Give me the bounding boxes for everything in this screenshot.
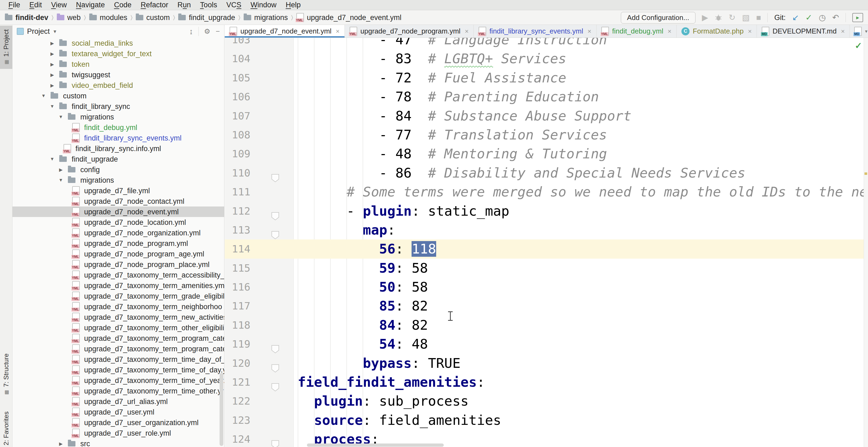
menu-help[interactable]: Help xyxy=(281,1,305,9)
menu-run[interactable]: Run xyxy=(173,1,195,9)
profiler-icon[interactable]: ▧ xyxy=(742,13,750,22)
git-rollback-icon[interactable]: ↶ xyxy=(832,13,839,22)
editor-horizontal-scrollbar[interactable] xyxy=(307,444,444,447)
tab-close-icon[interactable]: × xyxy=(465,28,469,35)
gear-icon[interactable]: ⚙ xyxy=(204,27,210,36)
chevron-collapsed-icon[interactable]: ▶ xyxy=(49,72,56,77)
menu-tools[interactable]: Tools xyxy=(195,1,222,9)
tree-item[interactable]: ▶config xyxy=(12,164,224,175)
tree-item[interactable]: upgrade_d7_taxonomy_term_time_of_day.y xyxy=(12,364,224,375)
tree-item[interactable]: ▶video_embed_field xyxy=(12,80,224,91)
chevron-expanded-icon[interactable]: ▼ xyxy=(49,104,56,109)
tool-window-tab-favorites[interactable]: 2: Favorites xyxy=(0,412,12,445)
breadcrumb-item[interactable]: custom xyxy=(136,13,170,22)
tree-item[interactable]: upgrade_d7_file.yml xyxy=(12,185,224,196)
chevron-down-icon[interactable]: ▾ xyxy=(54,28,56,35)
menu-code[interactable]: Code xyxy=(110,1,136,9)
hidden-tabs-control[interactable]: ▾ ≡ 2 xyxy=(850,25,868,38)
menu-navigate[interactable]: Navigate xyxy=(71,1,110,9)
tree-item[interactable]: upgrade_d7_taxonomy_term_program_cate xyxy=(12,333,224,344)
breadcrumb-item[interactable]: migrations xyxy=(244,13,288,22)
editor-tab[interactable]: FormatDate.php× xyxy=(677,25,757,38)
menu-vcs[interactable]: VCS xyxy=(222,1,246,9)
tree-item[interactable]: upgrade_d7_taxonomy_term_new_activities xyxy=(12,312,224,322)
run-icon[interactable]: ▶ xyxy=(702,13,708,22)
tool-window-tab-project[interactable]: ▦ 1: Project xyxy=(0,26,12,69)
stop-icon[interactable]: ■ xyxy=(756,13,761,22)
editor-tab[interactable]: upgrade_d7_node_event.yml× xyxy=(225,25,345,38)
git-update-icon[interactable]: ↙ xyxy=(792,13,799,22)
tree-item[interactable]: ▶textarea_widget_for_text xyxy=(12,49,224,59)
tree-item[interactable]: ▶social_media_links xyxy=(12,38,224,49)
menu-edit[interactable]: Edit xyxy=(25,1,47,9)
tree-item[interactable]: upgrade_d7_taxonomy_term_other_eligibili xyxy=(12,322,224,333)
error-stripe[interactable] xyxy=(864,38,868,447)
editor-tab[interactable]: upgrade_d7_node_program.yml× xyxy=(345,25,474,38)
tree-item[interactable]: ▶twigsuggest xyxy=(12,69,224,80)
fold-marker-icon[interactable] xyxy=(271,168,279,177)
git-commit-icon[interactable]: ✓ xyxy=(806,13,812,22)
tool-window-tab-structure[interactable]: ▩ 7: Structure xyxy=(0,354,12,394)
tree-item[interactable]: upgrade_d7_user_role.yml xyxy=(12,428,224,438)
menu-file[interactable]: File xyxy=(4,1,25,9)
tree-item[interactable]: upgrade_d7_node_program_place.yml xyxy=(12,259,224,270)
tab-close-icon[interactable]: × xyxy=(748,28,752,35)
breadcrumb-item[interactable]: modules xyxy=(89,13,127,22)
tree-item[interactable]: upgrade_d7_node_location.yml xyxy=(12,217,224,228)
chevron-collapsed-icon[interactable]: ▶ xyxy=(58,441,64,446)
fold-marker-icon[interactable] xyxy=(271,225,279,234)
tab-close-icon[interactable]: × xyxy=(841,28,845,35)
fold-marker-icon[interactable] xyxy=(271,378,279,386)
tree-item[interactable]: upgrade_d7_taxonomy_term_time_of_year. xyxy=(12,375,224,386)
fold-marker-icon[interactable] xyxy=(271,359,279,367)
tree-item[interactable]: ▼custom xyxy=(12,91,224,101)
tree-item[interactable]: upgrade_d7_url_alias.yml xyxy=(12,396,224,407)
tree-item[interactable]: upgrade_d7_node_program_age.yml xyxy=(12,249,224,259)
tab-close-icon[interactable]: × xyxy=(588,28,591,35)
fold-marker-icon[interactable] xyxy=(271,206,279,215)
hide-panel-icon[interactable]: − xyxy=(216,27,220,36)
tab-close-icon[interactable]: × xyxy=(336,28,340,35)
tree-item[interactable]: upgrade_d7_taxonomy_term_accessibility_c xyxy=(12,270,224,280)
tree-item[interactable]: upgrade_d7_taxonomy_term_time_other.yr xyxy=(12,386,224,396)
tree-item[interactable]: ▼findit_upgrade xyxy=(12,154,224,164)
tree-item[interactable]: upgrade_d7_taxonomy_term_program_cate xyxy=(12,344,224,354)
tree-item[interactable]: ▶token xyxy=(12,59,224,69)
git-history-icon[interactable]: ◷ xyxy=(819,13,826,22)
inspections-status-icon[interactable]: ✓ xyxy=(855,40,862,51)
chevron-expanded-icon[interactable]: ▼ xyxy=(58,178,64,183)
breadcrumb-item[interactable]: findit-dev xyxy=(5,13,49,22)
tree-item[interactable]: upgrade_d7_user.yml xyxy=(12,407,224,417)
chevron-collapsed-icon[interactable]: ▶ xyxy=(49,51,56,57)
chevron-collapsed-icon[interactable]: ▶ xyxy=(49,83,56,88)
tree-item[interactable]: findit_library_sync_events.yml xyxy=(12,133,224,143)
tree-item[interactable]: upgrade_d7_taxonomy_term_time_day_of_ xyxy=(12,354,224,364)
tree-item[interactable]: upgrade_d7_taxonomy_term_amenities.yml xyxy=(12,280,224,291)
tree-item[interactable]: upgrade_d7_taxonomy_term_grade_eligibil xyxy=(12,291,224,301)
menu-view[interactable]: View xyxy=(46,1,71,9)
tree-scrollbar[interactable] xyxy=(220,373,223,446)
tree-item[interactable]: upgrade_d7_node_program.yml xyxy=(12,238,224,249)
chevron-expanded-icon[interactable]: ▼ xyxy=(58,114,64,120)
tree-item[interactable]: findit_library_sync.info.yml xyxy=(12,143,224,154)
editor-tab[interactable]: DEVELOPMENT.md× xyxy=(757,25,850,38)
editor-tab[interactable]: findit_debug.yml× xyxy=(596,25,677,38)
tree-item[interactable]: upgrade_d7_node_organization.yml xyxy=(12,228,224,238)
collapse-all-icon[interactable]: ↨ xyxy=(190,27,193,36)
menu-window[interactable]: Window xyxy=(246,1,281,9)
tree-item[interactable]: upgrade_d7_node_contact.yml xyxy=(12,196,224,206)
coverage-icon[interactable]: ↻ xyxy=(729,13,736,22)
editor-tab[interactable]: findit_library_sync_events.yml× xyxy=(474,25,596,38)
debug-icon[interactable] xyxy=(715,14,722,21)
project-panel-title[interactable]: Project xyxy=(27,27,50,36)
tree-item[interactable]: upgrade_d7_user_organization.yml xyxy=(12,417,224,428)
terminal-icon[interactable]: ▶ xyxy=(852,13,863,22)
chevron-expanded-icon[interactable]: ▼ xyxy=(40,93,47,99)
breadcrumb-item[interactable]: findit_upgrade xyxy=(178,13,235,22)
tree-item[interactable]: upgrade_d7_taxonomy_term_neighborhoo xyxy=(12,301,224,312)
tab-close-icon[interactable]: × xyxy=(668,28,672,35)
editor-code-area[interactable]: 103 - 47 # Language Instruction104 - 83 … xyxy=(225,38,868,447)
tree-item[interactable]: upgrade_d7_node_event.yml xyxy=(12,206,224,217)
fold-marker-icon[interactable] xyxy=(271,435,279,443)
breadcrumb-item[interactable]: upgrade_d7_node_event.yml xyxy=(297,13,402,22)
